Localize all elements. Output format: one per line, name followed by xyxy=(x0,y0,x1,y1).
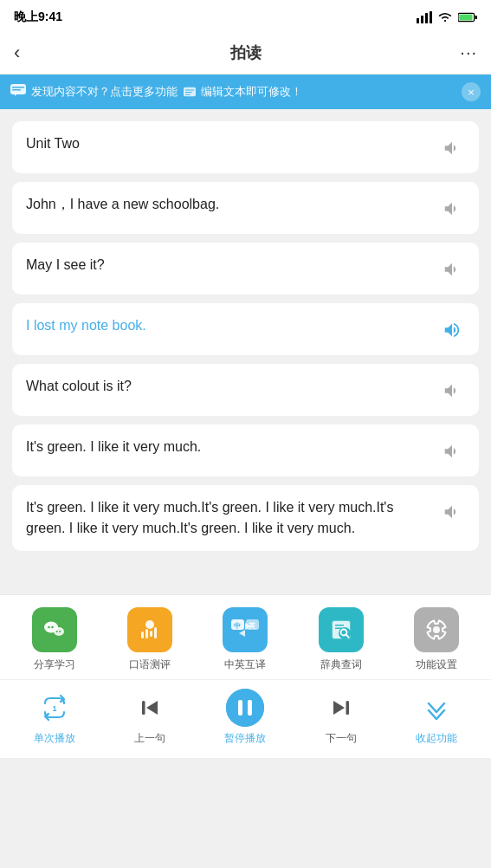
svg-rect-22 xyxy=(145,629,148,638)
svg-rect-42 xyxy=(346,701,349,715)
header: ‹ 拍读 ··· xyxy=(0,31,491,74)
svg-point-19 xyxy=(59,631,61,632)
single-play-icon: 1 xyxy=(36,689,74,727)
svg-rect-9 xyxy=(12,89,21,91)
card-text-5: What colout is it? xyxy=(26,376,430,397)
svg-rect-2 xyxy=(425,13,428,23)
notice-close-button[interactable]: × xyxy=(462,82,481,101)
pause-icon xyxy=(226,689,264,727)
collapse-icon xyxy=(417,689,455,727)
translate-icon-wrap: 中 英 xyxy=(223,607,268,652)
text-card-6: It's green. I like it very much. xyxy=(12,424,479,476)
dictionary-label: 辞典查词 xyxy=(320,657,362,672)
back-button[interactable]: ‹ xyxy=(14,42,42,64)
card-text-4: I lost my note book. xyxy=(26,315,430,336)
prev-label: 上一句 xyxy=(134,731,165,746)
svg-rect-40 xyxy=(238,700,242,716)
svg-rect-21 xyxy=(141,632,144,638)
svg-rect-6 xyxy=(459,15,472,21)
main-content: Unit Two John，I have a new schoolbag. Ma… xyxy=(0,109,491,594)
svg-rect-24 xyxy=(154,627,157,638)
svg-point-15 xyxy=(48,626,50,629)
card-text-2: John，I have a new schoolbag. xyxy=(26,194,430,215)
svg-rect-11 xyxy=(184,90,194,91)
pause-label: 暂停播放 xyxy=(224,731,266,746)
playback-single[interactable]: 1 单次播放 xyxy=(29,689,81,746)
settings-icon-wrap xyxy=(414,607,459,652)
text-card-7: It's green. I like it very much.It's gre… xyxy=(12,485,479,551)
signal-icon xyxy=(417,11,432,23)
playback-collapse[interactable]: 收起功能 xyxy=(410,689,462,746)
svg-rect-5 xyxy=(475,16,477,19)
card-text-3: May I see it? xyxy=(26,255,430,275)
status-bar: 晚上9:41 xyxy=(0,0,491,31)
tool-dictionary[interactable]: 辞典查词 xyxy=(315,607,367,672)
oral-label: 口语测评 xyxy=(129,657,171,672)
tool-oral[interactable]: 口语测评 xyxy=(124,607,176,672)
svg-rect-12 xyxy=(184,92,191,93)
svg-rect-0 xyxy=(417,18,419,23)
playback-prev[interactable]: 上一句 xyxy=(124,689,176,746)
bottom-section: 分享学习 口语测评 中 xyxy=(0,594,491,758)
sound-button-3[interactable] xyxy=(439,256,465,282)
settings-label: 功能设置 xyxy=(416,657,457,672)
tools-row: 分享学习 口语测评 中 xyxy=(0,595,491,680)
text-card-2: John，I have a new schoolbag. xyxy=(12,182,479,234)
sound-button-6[interactable] xyxy=(439,438,465,464)
playback-row: 1 单次播放 上一句 暂停播放 xyxy=(0,680,491,758)
svg-rect-13 xyxy=(184,94,190,95)
card-text-1: Unit Two xyxy=(26,133,430,154)
notice-text: 发现内容不对？点击更多功能 编辑文本即可修改！ xyxy=(31,84,456,100)
svg-point-20 xyxy=(145,620,154,629)
collapse-label: 收起功能 xyxy=(416,731,457,746)
sound-button-4[interactable] xyxy=(439,317,465,343)
svg-rect-38 xyxy=(142,701,145,715)
svg-rect-1 xyxy=(421,16,423,23)
share-icon-wrap xyxy=(32,607,77,652)
svg-rect-34 xyxy=(335,625,344,626)
single-play-label: 单次播放 xyxy=(34,731,75,746)
tool-settings[interactable]: 功能设置 xyxy=(410,607,462,672)
text-card-1: Unit Two xyxy=(12,121,479,173)
page-title: 拍读 xyxy=(42,42,449,63)
share-label: 分享学习 xyxy=(34,657,75,672)
svg-rect-8 xyxy=(12,87,24,88)
svg-rect-35 xyxy=(335,628,342,630)
next-label: 下一句 xyxy=(326,731,357,746)
oral-icon-wrap xyxy=(127,607,172,652)
dict-icon-wrap xyxy=(319,607,364,652)
svg-text:1: 1 xyxy=(53,704,57,713)
notice-edit-icon xyxy=(184,85,199,98)
tool-share[interactable]: 分享学习 xyxy=(29,607,81,672)
svg-text:中: 中 xyxy=(234,622,241,630)
status-icons xyxy=(417,11,477,23)
svg-rect-3 xyxy=(430,11,432,23)
text-card-3: May I see it? xyxy=(12,243,479,295)
sound-button-2[interactable] xyxy=(439,196,465,222)
text-card-5: What colout is it? xyxy=(12,364,479,416)
status-time: 晚上9:41 xyxy=(14,10,62,25)
translate-label: 中英互译 xyxy=(224,657,266,672)
card-text-7: It's green. I like it very much.It's gre… xyxy=(26,497,430,539)
wifi-icon xyxy=(437,11,453,23)
playback-next[interactable]: 下一句 xyxy=(315,689,367,746)
battery-icon xyxy=(458,12,477,23)
notice-banner: 发现内容不对？点击更多功能 编辑文本即可修改！ × xyxy=(0,74,491,109)
svg-point-39 xyxy=(226,689,264,727)
svg-point-17 xyxy=(54,627,64,636)
prev-icon xyxy=(131,689,169,727)
svg-rect-41 xyxy=(248,700,252,716)
sound-button-5[interactable] xyxy=(439,378,465,404)
svg-point-36 xyxy=(433,626,440,633)
sound-button-1[interactable] xyxy=(439,135,465,161)
card-text-6: It's green. I like it very much. xyxy=(26,437,430,457)
notice-chat-icon xyxy=(10,84,26,100)
more-button[interactable]: ··· xyxy=(449,42,477,62)
sound-button-7[interactable] xyxy=(439,499,465,525)
svg-rect-23 xyxy=(150,631,152,637)
svg-point-16 xyxy=(51,626,54,629)
text-card-4: I lost my note book. xyxy=(12,303,479,355)
playback-pause[interactable]: 暂停播放 xyxy=(219,689,271,746)
tool-translate[interactable]: 中 英 中英互译 xyxy=(219,607,271,672)
next-icon xyxy=(322,689,360,727)
